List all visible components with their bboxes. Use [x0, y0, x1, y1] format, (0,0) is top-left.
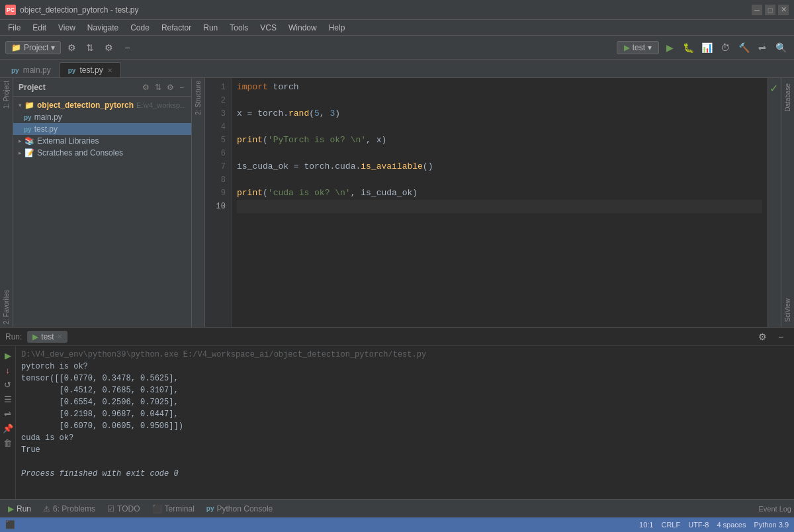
menu-tools[interactable]: Tools	[224, 22, 253, 34]
line-num-3: 3	[205, 107, 231, 120]
run-settings-btn[interactable]: ⚙	[754, 329, 770, 345]
run-pin-btn[interactable]: 📌	[1, 421, 15, 435]
left-vertical-tabs: 1: Project 2: Favorites	[0, 78, 13, 327]
btn-problems[interactable]: ⚠ 6: Problems	[38, 503, 101, 515]
btn-python-console[interactable]: py Python Console	[201, 503, 278, 515]
run-command-line: D:\V4_dev_env\python39\python.exe E:/V4_…	[21, 349, 789, 361]
run-lines-btn[interactable]: ☰	[1, 392, 15, 406]
menu-window[interactable]: Window	[283, 22, 322, 34]
menu-run[interactable]: Run	[198, 22, 223, 34]
menu-file[interactable]: File	[3, 22, 26, 34]
run-header-actions[interactable]: ⚙ −	[754, 329, 789, 345]
btn-todo[interactable]: ☑ TODO	[102, 503, 145, 515]
code-line-8	[237, 173, 762, 187]
run-output-line-3: [0.4512, 0.7685, 0.3107],	[21, 384, 789, 396]
tree-root-label: object_detection_pytorch	[37, 101, 134, 110]
menu-edit[interactable]: Edit	[27, 22, 52, 34]
tree-item-main-py[interactable]: py main.py	[13, 111, 191, 123]
minus-icon[interactable]: −	[119, 40, 135, 56]
project-dropdown[interactable]: 📁 Project ▾	[5, 41, 61, 54]
chevron-right-icon: ▸	[19, 138, 22, 144]
tree-root-folder[interactable]: ▾ 📁 object_detection_pytorch E:\v4_works…	[13, 99, 191, 111]
python-console-label: Python Console	[217, 504, 273, 513]
tab-test-py[interactable]: py test.py ✕	[60, 62, 121, 77]
line-ending[interactable]: CRLF	[661, 521, 680, 529]
tree-item-test-py[interactable]: py test.py	[13, 123, 191, 135]
tab-main-py[interactable]: py main.py	[3, 62, 60, 77]
run-tab-test[interactable]: ▶ test ✕	[27, 331, 67, 343]
search-button[interactable]: 🔍	[773, 40, 789, 56]
build-button[interactable]: 🔨	[736, 40, 752, 56]
file-tree: ▾ 📁 object_detection_pytorch E:\v4_works…	[13, 97, 191, 327]
menu-help[interactable]: Help	[324, 22, 351, 34]
run-softrap-btn[interactable]: ⇌	[1, 407, 15, 420]
gear-icon[interactable]: ⚙	[101, 40, 116, 56]
editor-tab-bar: py main.py py test.py ✕	[0, 60, 794, 78]
checkmark-icon: ✓	[768, 81, 781, 96]
tree-root-path: E:\v4_worksp...	[136, 101, 186, 109]
run-configuration[interactable]: ▶ test ▾	[617, 41, 659, 54]
app-logo: PC	[5, 5, 16, 15]
run-config-chevron: ▾	[648, 43, 652, 52]
python-version[interactable]: Python 3.9	[754, 521, 789, 529]
run-tab-close-icon[interactable]: ✕	[57, 333, 62, 340]
menu-view[interactable]: View	[53, 22, 81, 34]
code-editor: 1 2 3 4 5 6 7 8 9 10 import torch x = to…	[205, 78, 768, 327]
bottom-toolbar: ▶ Run ⚠ 6: Problems ☑ TODO ⬛ Terminal py…	[0, 499, 794, 517]
status-icon: ⬛	[5, 520, 15, 529]
profile-button[interactable]: ⏱	[717, 40, 733, 56]
tab-label-test-py: test.py	[79, 66, 103, 75]
project-panel-actions[interactable]: ⚙ ⇅ ⚙ −	[140, 82, 186, 93]
maximize-button[interactable]: □	[765, 5, 775, 15]
project-minus-btn[interactable]: −	[177, 82, 186, 93]
tab-favorites-vertical[interactable]: 2: Favorites	[1, 287, 11, 327]
titlebar-controls[interactable]: ─ □ ✕	[752, 5, 789, 15]
project-settings-btn[interactable]: ⚙	[140, 82, 152, 93]
settings-icon[interactable]: ⚙	[64, 40, 79, 56]
run-button[interactable]: ▶	[662, 40, 678, 56]
line-num-7: 7	[205, 160, 231, 173]
test-py-icon: py	[68, 67, 76, 74]
tree-item-external-libs[interactable]: ▸ 📚 External Libraries	[13, 135, 191, 147]
run-tab-name: test	[41, 332, 54, 341]
tree-label-main-py: main.py	[34, 112, 62, 122]
tab-project-vertical[interactable]: 1: Project	[1, 78, 11, 111]
run-play-btn[interactable]: ▶	[1, 349, 15, 362]
minimize-button[interactable]: ─	[752, 5, 762, 15]
structure-panel: 2: Structure	[192, 78, 205, 327]
run-minimize-btn[interactable]: −	[773, 329, 789, 345]
tab-close-test-py[interactable]: ✕	[107, 67, 112, 74]
py-file-icon-test: py	[24, 126, 32, 133]
tab-structure-vertical[interactable]: 2: Structure	[193, 78, 203, 118]
tab-database-vertical[interactable]: Database	[783, 81, 793, 114]
run-trash-btn[interactable]: 🗑	[1, 436, 15, 449]
tree-item-scratches[interactable]: ▸ 📝 Scratches and Consoles	[13, 147, 191, 159]
run-stop-btn[interactable]: ↓	[1, 363, 15, 377]
btn-run[interactable]: ▶ Run	[3, 503, 36, 515]
line-num-5: 5	[205, 134, 231, 147]
project-expand-btn[interactable]: ⇅	[153, 82, 163, 93]
line-num-6: 6	[205, 147, 231, 160]
bookmark-button[interactable]: ⇌	[754, 40, 770, 56]
btn-terminal[interactable]: ⬛ Terminal	[147, 503, 200, 515]
editor-area: 2: Structure 1 2 3 4 5 6 7 8 9 10 import…	[192, 78, 781, 327]
code-content[interactable]: import torch x = torch.rand(5, 3) print(…	[232, 78, 768, 327]
menu-code[interactable]: Code	[125, 22, 155, 34]
chevron-right-scratches-icon: ▸	[19, 150, 22, 156]
run-rerun-btn[interactable]: ↺	[1, 378, 15, 391]
titlebar-title: object_detection_pytorch - test.py	[20, 5, 138, 15]
encoding[interactable]: UTF-8	[688, 521, 709, 529]
debug-button[interactable]: 🐛	[680, 40, 696, 56]
close-button[interactable]: ✕	[778, 5, 789, 15]
expand-icon[interactable]: ⇅	[82, 40, 98, 56]
menu-refactor[interactable]: Refactor	[156, 22, 197, 34]
menu-vcs[interactable]: VCS	[255, 22, 282, 34]
code-line-5: print('PyTorch is ok? \n', x)	[237, 134, 762, 147]
tab-sciview-vertical[interactable]: SciView	[783, 296, 793, 324]
project-gear-btn[interactable]: ⚙	[165, 82, 176, 93]
menu-navigate[interactable]: Navigate	[82, 22, 124, 34]
run-coverage-button[interactable]: 📊	[699, 40, 715, 56]
indent-info[interactable]: 4 spaces	[717, 521, 746, 529]
event-log-link[interactable]: Event Log	[758, 505, 791, 513]
cursor-position[interactable]: 10:1	[639, 521, 653, 529]
